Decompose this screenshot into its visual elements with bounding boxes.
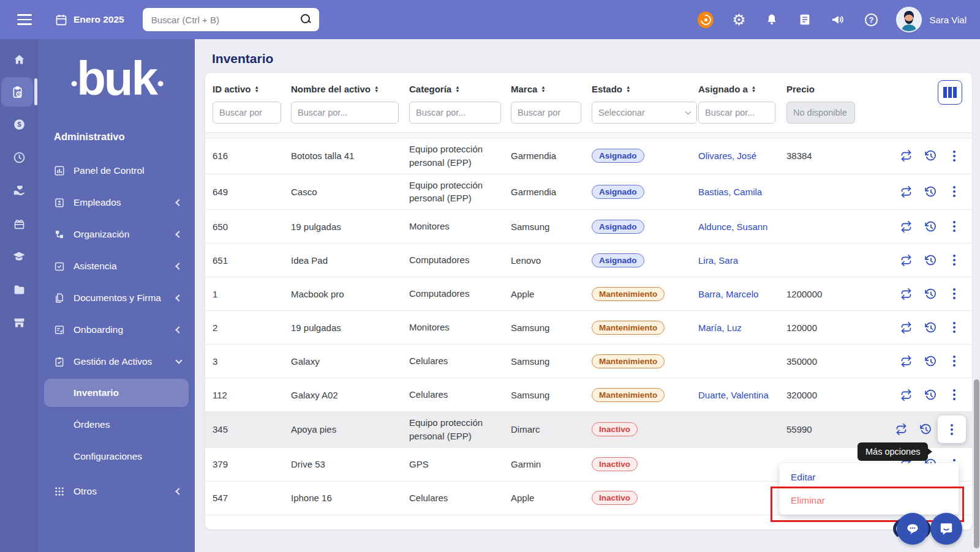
sync-icon[interactable] [900, 321, 913, 334]
period-selector[interactable]: Enero 2025 [55, 13, 124, 26]
sync-icon[interactable] [900, 149, 913, 162]
history-icon[interactable] [924, 355, 937, 368]
chevron-down-icon [685, 109, 692, 115]
filter-input-marca[interactable] [511, 102, 581, 124]
rail-files[interactable] [0, 274, 38, 305]
sidebar-item-gestion-de-activos[interactable]: Gestión de Activos [38, 346, 195, 378]
sidebar-item-empleados[interactable]: Empleados [38, 187, 195, 218]
kebab-icon[interactable] [949, 185, 960, 198]
sync-icon[interactable] [900, 254, 913, 267]
kebab-icon[interactable] [949, 220, 960, 233]
notifications-button[interactable] [764, 12, 780, 28]
kebab-icon[interactable] [949, 389, 960, 401]
search-icon[interactable] [300, 13, 312, 25]
chat-button-primary[interactable] [930, 513, 962, 545]
kebab-icon[interactable] [946, 423, 957, 436]
rail-marketplace[interactable] [0, 307, 38, 338]
rail-assets[interactable] [1, 77, 33, 106]
column-settings-button[interactable] [938, 80, 962, 105]
assigned-person-link[interactable]: Barra, Marcelo [698, 289, 758, 299]
column-header-id[interactable]: ID activo▲▼ [213, 84, 291, 94]
kebab-icon[interactable] [949, 288, 960, 300]
sort-icon[interactable]: ▲▼ [752, 86, 756, 93]
buk-logo: •buk• [38, 42, 195, 115]
support-button[interactable] [698, 12, 714, 28]
sidebar-subitem-ordenes[interactable]: Órdenes [44, 411, 189, 439]
chat-button-secondary[interactable] [897, 513, 929, 545]
column-header-marca[interactable]: Marca▲▼ [511, 84, 592, 94]
announcements-button[interactable] [830, 12, 846, 28]
column-header-estado[interactable]: Estado▲▼ [592, 84, 698, 94]
history-icon[interactable] [924, 185, 937, 198]
filter-cell-nombre [291, 102, 409, 124]
assigned-person-link[interactable]: Olivares, José [698, 151, 756, 161]
sync-icon[interactable] [900, 185, 913, 198]
sort-icon[interactable]: ▲▼ [255, 86, 259, 93]
cell-precio: 350000 [786, 356, 866, 367]
filter-input-precio [786, 102, 855, 124]
column-header-nombre[interactable]: Nombre del activo▲▼ [291, 84, 409, 94]
sync-icon[interactable] [895, 423, 908, 436]
kebab-icon[interactable] [949, 149, 960, 162]
kebab-icon[interactable] [949, 355, 960, 368]
assigned-person-link[interactable]: Bastias, Camila [698, 187, 762, 197]
user-menu[interactable]: Sara Vial [896, 7, 967, 32]
sidebar-item-organizacion[interactable]: Organización [38, 218, 195, 250]
rail-training[interactable] [0, 241, 38, 272]
cell-nombre: Galaxy A02 [291, 390, 409, 400]
search-input[interactable] [143, 15, 319, 25]
sort-icon[interactable]: ▲▼ [374, 86, 379, 93]
column-header-asignado[interactable]: Asignado a▲▼ [698, 84, 786, 94]
column-header-categoria[interactable]: Categoría▲▼ [409, 84, 511, 94]
cell-categoria: Celulares [409, 354, 511, 368]
rail-payroll[interactable]: $ [0, 109, 38, 140]
filter-select-estado[interactable]: Seleccionar [592, 102, 697, 124]
news-button[interactable] [797, 12, 813, 28]
history-icon[interactable] [924, 389, 937, 401]
sidebar-subitem-inventario[interactable]: Inventario [44, 379, 189, 407]
assigned-person-link[interactable]: María, Luz [698, 323, 742, 333]
home-icon [13, 53, 26, 66]
sync-icon[interactable] [900, 220, 913, 233]
cell-marca: Garmendia [511, 187, 592, 197]
menu-item-eliminar[interactable]: Eliminar [780, 489, 959, 512]
sidebar-item-panel-de-control[interactable]: Panel de Control [38, 155, 195, 187]
sidebar-item-otros[interactable]: Otros [38, 476, 195, 507]
filter-input-categoria[interactable] [409, 102, 501, 124]
kebab-icon[interactable] [949, 254, 960, 267]
rail-gifts[interactable] [0, 208, 38, 239]
rail-time[interactable] [0, 142, 38, 173]
sort-icon[interactable]: ▲▼ [626, 86, 630, 93]
history-icon[interactable] [924, 149, 937, 162]
filter-input-id[interactable] [213, 102, 281, 124]
filter-input-nombre[interactable] [291, 102, 399, 124]
history-icon[interactable] [924, 254, 937, 267]
sidebar-item-onboarding[interactable]: Onboarding [38, 314, 195, 346]
kebab-icon[interactable] [949, 321, 960, 334]
assigned-person-link[interactable]: Aldunce, Susann [698, 222, 767, 232]
sync-icon[interactable] [900, 389, 913, 401]
menu-item-editar[interactable]: Editar [780, 466, 959, 489]
history-icon[interactable] [924, 220, 937, 233]
sort-icon[interactable]: ▲▼ [455, 86, 459, 93]
rail-benefits[interactable] [0, 175, 38, 206]
help-button[interactable]: ? [863, 12, 879, 28]
history-icon[interactable] [924, 321, 937, 334]
assigned-person-link[interactable]: Lira, Sara [698, 255, 738, 266]
sidebar-item-documentos-y-firma[interactable]: Documentos y Firma [38, 282, 195, 314]
hamburger-icon[interactable] [17, 14, 32, 25]
settings-button[interactable]: ⚙ [731, 12, 747, 28]
sort-icon[interactable]: ▲▼ [541, 86, 545, 93]
filter-input-asignado[interactable] [698, 102, 775, 124]
page-scrollbar[interactable] [974, 379, 979, 548]
sidebar-subitem-configuraciones[interactable]: Configuraciones [44, 442, 189, 471]
sync-icon[interactable] [900, 288, 913, 300]
history-icon[interactable] [919, 423, 932, 436]
sync-icon[interactable] [900, 355, 913, 368]
tooltip-mas-opciones: Más opciones [858, 442, 928, 461]
history-icon[interactable] [924, 288, 937, 300]
rail-home[interactable] [0, 44, 38, 75]
sidebar-item-asistencia[interactable]: Asistencia [38, 250, 195, 282]
assigned-person-link[interactable]: Duarte, Valentina [698, 390, 769, 400]
chevron-left-icon [175, 294, 182, 301]
